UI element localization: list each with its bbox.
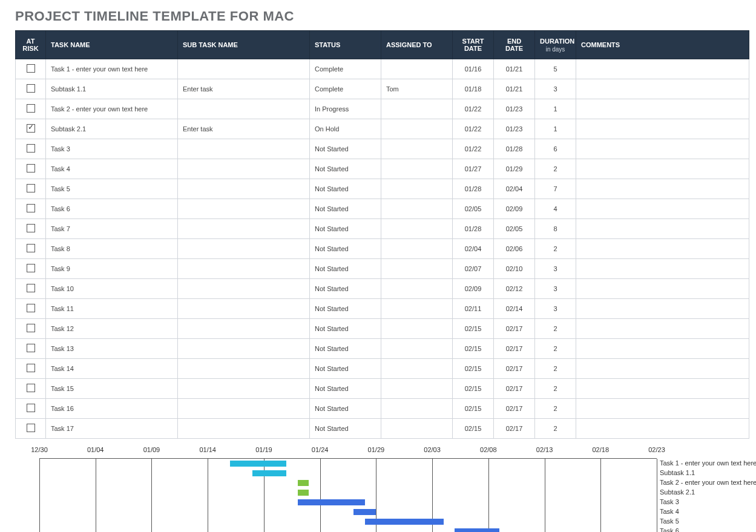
cell-end-date[interactable]: 01/23: [494, 99, 535, 119]
cell-end-date[interactable]: 02/05: [494, 219, 535, 239]
cell-comments[interactable]: [576, 379, 749, 399]
cell-subtask[interactable]: [178, 339, 310, 359]
cell-end-date[interactable]: 01/21: [494, 59, 535, 79]
cell-assigned[interactable]: [381, 219, 453, 239]
cell-task-name[interactable]: Task 11: [46, 299, 178, 319]
cell-assigned[interactable]: [381, 279, 453, 299]
cell-task-name[interactable]: Subtask 2.1: [46, 119, 178, 139]
cell-task-name[interactable]: Task 7: [46, 219, 178, 239]
cell-task-name[interactable]: Task 3: [46, 139, 178, 159]
cell-comments[interactable]: [576, 239, 749, 259]
cell-status[interactable]: In Progress: [310, 99, 381, 119]
cell-status[interactable]: Not Started: [310, 199, 381, 219]
cell-subtask[interactable]: [178, 179, 310, 199]
cell-subtask[interactable]: [178, 199, 310, 219]
at-risk-checkbox[interactable]: [27, 84, 35, 93]
cell-assigned[interactable]: [381, 299, 453, 319]
cell-subtask[interactable]: [178, 159, 310, 179]
cell-start-date[interactable]: 01/22: [453, 99, 494, 119]
cell-subtask[interactable]: [178, 239, 310, 259]
cell-start-date[interactable]: 02/15: [453, 399, 494, 419]
cell-comments[interactable]: [576, 279, 749, 299]
cell-end-date[interactable]: 02/17: [494, 319, 535, 339]
cell-task-name[interactable]: Task 1 - enter your own text here: [46, 59, 178, 79]
cell-start-date[interactable]: 01/28: [453, 219, 494, 239]
cell-comments[interactable]: [576, 339, 749, 359]
cell-end-date[interactable]: 01/21: [494, 79, 535, 99]
at-risk-checkbox[interactable]: [27, 124, 35, 133]
cell-end-date[interactable]: 01/29: [494, 159, 535, 179]
at-risk-checkbox[interactable]: [27, 424, 35, 432]
cell-status[interactable]: Not Started: [310, 359, 381, 379]
cell-subtask[interactable]: [178, 359, 310, 379]
cell-comments[interactable]: [576, 159, 749, 179]
cell-assigned[interactable]: [381, 239, 453, 259]
cell-assigned[interactable]: [381, 359, 453, 379]
cell-start-date[interactable]: 02/07: [453, 259, 494, 279]
cell-task-name[interactable]: Task 5: [46, 179, 178, 199]
at-risk-checkbox[interactable]: [27, 364, 35, 372]
cell-start-date[interactable]: 01/22: [453, 139, 494, 159]
cell-end-date[interactable]: 02/06: [494, 239, 535, 259]
cell-task-name[interactable]: Task 8: [46, 239, 178, 259]
cell-subtask[interactable]: [178, 219, 310, 239]
cell-subtask[interactable]: [178, 279, 310, 299]
cell-start-date[interactable]: 01/22: [453, 119, 494, 139]
cell-subtask[interactable]: [178, 399, 310, 419]
at-risk-checkbox[interactable]: [27, 164, 35, 172]
cell-task-name[interactable]: Task 2 - enter your own text here: [46, 99, 178, 119]
cell-end-date[interactable]: 02/10: [494, 259, 535, 279]
cell-task-name[interactable]: Task 10: [46, 279, 178, 299]
cell-comments[interactable]: [576, 139, 749, 159]
cell-end-date[interactable]: 01/28: [494, 139, 535, 159]
cell-start-date[interactable]: 02/04: [453, 239, 494, 259]
cell-comments[interactable]: [576, 319, 749, 339]
cell-start-date[interactable]: 01/27: [453, 159, 494, 179]
cell-status[interactable]: Not Started: [310, 379, 381, 399]
cell-start-date[interactable]: 02/11: [453, 299, 494, 319]
cell-assigned[interactable]: [381, 179, 453, 199]
cell-task-name[interactable]: Task 6: [46, 199, 178, 219]
cell-assigned[interactable]: [381, 339, 453, 359]
cell-start-date[interactable]: 01/16: [453, 59, 494, 79]
cell-task-name[interactable]: Subtask 1.1: [46, 79, 178, 99]
cell-comments[interactable]: [576, 179, 749, 199]
cell-subtask[interactable]: [178, 299, 310, 319]
cell-comments[interactable]: [576, 219, 749, 239]
at-risk-checkbox[interactable]: [27, 204, 35, 212]
cell-assigned[interactable]: [381, 159, 453, 179]
cell-assigned[interactable]: [381, 139, 453, 159]
cell-task-name[interactable]: Task 12: [46, 319, 178, 339]
cell-status[interactable]: Not Started: [310, 159, 381, 179]
cell-status[interactable]: Not Started: [310, 319, 381, 339]
cell-comments[interactable]: [576, 259, 749, 279]
cell-status[interactable]: Not Started: [310, 339, 381, 359]
cell-start-date[interactable]: 02/15: [453, 359, 494, 379]
cell-task-name[interactable]: Task 17: [46, 419, 178, 439]
cell-status[interactable]: Not Started: [310, 179, 381, 199]
cell-task-name[interactable]: Task 9: [46, 259, 178, 279]
cell-status[interactable]: Not Started: [310, 299, 381, 319]
cell-end-date[interactable]: 01/23: [494, 119, 535, 139]
cell-comments[interactable]: [576, 199, 749, 219]
cell-start-date[interactable]: 02/15: [453, 339, 494, 359]
cell-assigned[interactable]: [381, 319, 453, 339]
cell-assigned[interactable]: [381, 99, 453, 119]
cell-status[interactable]: Not Started: [310, 239, 381, 259]
cell-end-date[interactable]: 02/17: [494, 399, 535, 419]
cell-end-date[interactable]: 02/14: [494, 299, 535, 319]
cell-comments[interactable]: [576, 59, 749, 79]
cell-comments[interactable]: [576, 299, 749, 319]
at-risk-checkbox[interactable]: [27, 304, 35, 312]
cell-subtask[interactable]: [178, 59, 310, 79]
at-risk-checkbox[interactable]: [27, 384, 35, 392]
cell-subtask[interactable]: [178, 259, 310, 279]
at-risk-checkbox[interactable]: [27, 224, 35, 232]
cell-status[interactable]: Not Started: [310, 279, 381, 299]
cell-assigned[interactable]: [381, 59, 453, 79]
cell-status[interactable]: Not Started: [310, 419, 381, 439]
cell-status[interactable]: Not Started: [310, 259, 381, 279]
cell-comments[interactable]: [576, 399, 749, 419]
cell-start-date[interactable]: 01/18: [453, 79, 494, 99]
cell-status[interactable]: Not Started: [310, 139, 381, 159]
